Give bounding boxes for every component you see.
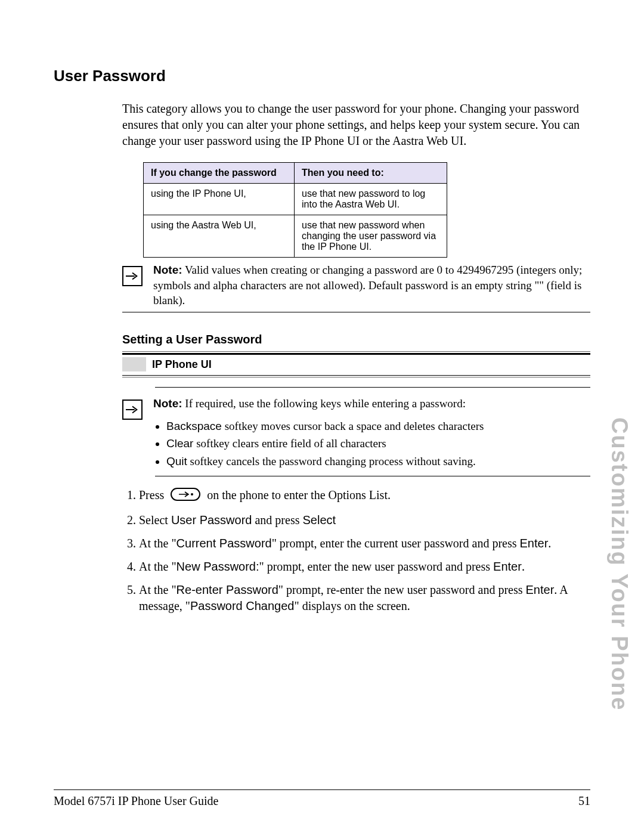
note-lead: If required, use the following keys whil… (182, 397, 466, 410)
note-block: Note: Valid values when creating or chan… (122, 262, 590, 308)
divider (155, 387, 590, 388)
ui-term: Select (302, 513, 336, 527)
list-item: Clear softkey clears entire field of all… (166, 436, 590, 451)
step-text: Press (139, 488, 167, 501)
step-text: " prompt, re-enter the new user password… (278, 583, 526, 596)
step-text: At the " (139, 583, 177, 596)
step-text: " prompt, enter the new user password an… (259, 560, 494, 573)
ui-term: Enter (526, 583, 555, 596)
softkey-name: Clear (166, 437, 193, 450)
note-label: Note: (153, 264, 182, 276)
step-text: " displays on the screen. (294, 599, 410, 612)
step-text: At the " (139, 560, 177, 573)
step-item: At the "Current Password" prompt, enter … (139, 535, 590, 552)
grey-chip-icon (122, 357, 146, 371)
note-list: Backspace softkey moves cursor back a sp… (153, 419, 590, 469)
table-row: using the IP Phone UI, use that new pass… (144, 184, 447, 215)
svg-point-1 (191, 493, 193, 496)
section-title: User Password (54, 67, 590, 85)
list-item: Backspace softkey moves cursor back a sp… (166, 419, 590, 434)
if-then-table: If you change the password Then you need… (143, 162, 447, 258)
options-key-icon (171, 488, 200, 505)
ui-term: Password Changed (190, 599, 295, 612)
list-item: Quit softkey cancels the password changi… (166, 454, 590, 469)
softkey-name: Quit (166, 455, 187, 467)
list-item-text: softkey clears entire field of all chara… (193, 437, 386, 450)
ui-term: Re-enter Password (177, 583, 278, 596)
step-text: Select (139, 513, 171, 527)
subsection-title: Setting a User Password (122, 333, 590, 346)
step-item: Press on the phone to enter the Options … (139, 487, 590, 505)
step-text: . (522, 560, 525, 573)
table-row: using the Aastra Web UI, use that new pa… (144, 215, 447, 258)
list-item-text: softkey moves cursor back a space and de… (222, 420, 484, 432)
steps-list: Press on the phone to enter the Options … (122, 487, 590, 614)
step-item: At the "New Password:" prompt, enter the… (139, 559, 590, 575)
note-block: Note: If required, use the following key… (122, 396, 590, 472)
table-header-then: Then you need to: (295, 163, 447, 184)
arrow-right-icon (122, 266, 143, 286)
softkey-name: Backspace (166, 420, 222, 432)
table-header-if: If you change the password (144, 163, 295, 184)
step-text: . (548, 537, 551, 550)
footer-left: Model 6757i IP Phone User Guide (54, 794, 218, 808)
step-text: At the " (139, 537, 177, 550)
ui-term: Enter (493, 560, 522, 573)
ui-term: Enter (520, 537, 549, 550)
note-text: Valid values when creating or changing a… (153, 264, 582, 306)
step-item: Select User Password and press Select (139, 512, 590, 528)
step-text: on the phone to enter the Options List. (207, 488, 391, 501)
divider (155, 476, 590, 476)
ui-term: User Password (171, 513, 252, 527)
ui-term: Current Password (177, 537, 272, 550)
side-chapter-label: Customizing Your Phone (606, 417, 632, 711)
table-cell: use that new password to log into the Aa… (295, 184, 447, 215)
divider (122, 312, 590, 312)
table-cell: using the IP Phone UI, (144, 184, 295, 215)
step-text: and press (252, 513, 302, 527)
list-item-text: softkey cancels the password changing pr… (187, 455, 476, 467)
table-cell: use that new password when changing the … (295, 215, 447, 258)
ui-term: New Password: (177, 560, 259, 573)
ui-bar-label: IP Phone UI (152, 358, 212, 371)
step-text: " prompt, enter the current user passwor… (272, 537, 520, 550)
step-item: At the "Re-enter Password" prompt, re-en… (139, 582, 590, 614)
page-number: 51 (578, 794, 590, 808)
arrow-right-icon (122, 400, 143, 420)
ui-bar: IP Phone UI (122, 351, 590, 377)
table-cell: using the Aastra Web UI, (144, 215, 295, 258)
intro-paragraph: This category allows you to change the u… (122, 101, 590, 149)
footer-divider (54, 789, 590, 790)
note-label: Note: (153, 397, 182, 410)
